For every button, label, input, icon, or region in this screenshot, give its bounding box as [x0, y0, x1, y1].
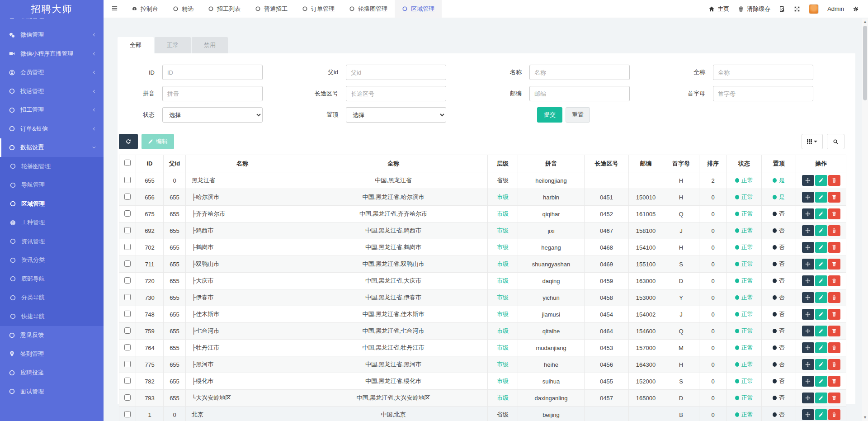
row-delete-button[interactable]	[828, 275, 840, 286]
scroll-down-arrow-icon[interactable]: ▼	[862, 415, 868, 421]
row-checkbox[interactable]	[124, 294, 131, 300]
drag-button[interactable]	[802, 376, 814, 387]
filter-input[interactable]	[162, 65, 263, 80]
sidebar-subitem-3[interactable]: 工种管理	[0, 213, 104, 232]
topbar-tab-1[interactable]: 精选	[165, 0, 201, 18]
sidebar-item-0[interactable]: 常规管理	[0, 18, 104, 26]
filter-input[interactable]	[529, 65, 630, 80]
sidebar-subitem-8[interactable]: 快捷导航	[0, 307, 104, 326]
drag-button[interactable]	[802, 175, 814, 186]
reset-button[interactable]: 重置	[566, 107, 590, 123]
sidebar-item-9[interactable]: 签到管理	[0, 345, 104, 364]
sidebar-toggle-button[interactable]	[111, 5, 118, 13]
filter-input[interactable]	[713, 65, 813, 80]
columns-dropdown-button[interactable]	[802, 134, 823, 149]
drag-button[interactable]	[802, 409, 814, 420]
filter-input[interactable]	[346, 65, 446, 80]
drag-button[interactable]	[802, 225, 814, 236]
row-delete-button[interactable]	[828, 393, 840, 403]
row-edit-button[interactable]	[815, 242, 827, 253]
row-delete-button[interactable]	[828, 175, 840, 186]
row-edit-button[interactable]	[815, 175, 827, 186]
refresh-button[interactable]	[119, 134, 138, 149]
row-delete-button[interactable]	[828, 342, 840, 353]
filter-select[interactable]: 选择	[162, 107, 263, 123]
drag-button[interactable]	[802, 192, 814, 203]
scroll-up-arrow-icon[interactable]: ▲	[862, 19, 868, 25]
sidebar-subitem-5[interactable]: 资讯分类	[0, 251, 104, 270]
drag-button[interactable]	[802, 208, 814, 219]
drag-button[interactable]	[802, 359, 814, 370]
sidebar-item-5[interactable]: 招工管理	[0, 101, 104, 120]
row-checkbox[interactable]	[124, 311, 131, 317]
row-edit-button[interactable]	[815, 342, 827, 353]
row-checkbox[interactable]	[124, 378, 131, 384]
username[interactable]: Admin	[827, 5, 844, 12]
row-checkbox[interactable]	[124, 411, 131, 417]
topbar-tab-0[interactable]: 控制台	[124, 0, 165, 18]
sidebar-item-3[interactable]: 会员管理	[0, 63, 104, 82]
sidebar-subitem-7[interactable]: 分类导航	[0, 289, 104, 307]
drag-button[interactable]	[802, 393, 814, 403]
filter-input[interactable]	[713, 86, 813, 101]
sidebar-item-8[interactable]: 意见反馈	[0, 326, 104, 345]
sidebar-item-7[interactable]: 数据设置	[0, 138, 104, 157]
sidebar-subitem-1[interactable]: 导航管理	[0, 176, 104, 195]
row-delete-button[interactable]	[828, 326, 840, 336]
row-delete-button[interactable]	[828, 242, 840, 253]
app-logo[interactable]: 招聘大师	[0, 0, 104, 18]
avatar[interactable]	[809, 4, 819, 14]
topbar-tab-3[interactable]: 普通招工	[248, 0, 295, 18]
row-checkbox[interactable]	[124, 210, 131, 217]
sidebar-item-4[interactable]: 找活管理	[0, 82, 104, 101]
sidebar-item-6[interactable]: 订单&短信	[0, 119, 104, 138]
table-search-button[interactable]	[827, 134, 844, 149]
row-edit-button[interactable]	[815, 292, 827, 303]
doc-search-button[interactable]	[779, 6, 785, 12]
drag-button[interactable]	[802, 259, 814, 270]
row-edit-button[interactable]	[815, 376, 827, 387]
row-delete-button[interactable]	[828, 309, 840, 320]
row-delete-button[interactable]	[828, 208, 840, 219]
drag-button[interactable]	[802, 342, 814, 353]
filter-input[interactable]	[346, 86, 446, 101]
row-checkbox[interactable]	[124, 194, 131, 200]
drag-button[interactable]	[802, 242, 814, 253]
status-tab-1[interactable]: 正常	[155, 37, 191, 53]
row-checkbox[interactable]	[124, 260, 131, 267]
row-checkbox[interactable]	[124, 177, 131, 183]
fullscreen-button[interactable]	[794, 6, 800, 12]
row-edit-button[interactable]	[815, 326, 827, 336]
select-all-checkbox[interactable]	[124, 160, 131, 166]
row-checkbox[interactable]	[124, 227, 131, 233]
status-tab-2[interactable]: 禁用	[192, 37, 228, 53]
row-delete-button[interactable]	[828, 376, 840, 387]
row-edit-button[interactable]	[815, 192, 827, 203]
status-tab-0[interactable]: 全部	[118, 37, 154, 53]
sidebar-subitem-6[interactable]: 底部导航	[0, 270, 104, 289]
home-link[interactable]: 主页	[708, 5, 729, 13]
drag-button[interactable]	[802, 309, 814, 320]
drag-button[interactable]	[802, 292, 814, 303]
topbar-tab-6[interactable]: 区域管理	[395, 0, 442, 18]
row-edit-button[interactable]	[815, 309, 827, 320]
row-delete-button[interactable]	[828, 192, 840, 203]
row-checkbox[interactable]	[124, 327, 131, 334]
row-edit-button[interactable]	[815, 225, 827, 236]
topbar-tab-2[interactable]: 招工列表	[201, 0, 248, 18]
row-delete-button[interactable]	[828, 409, 840, 420]
sidebar-item-2[interactable]: 微信小程序直播管理	[0, 44, 104, 63]
topbar-tab-5[interactable]: 轮播图管理	[342, 0, 395, 18]
row-checkbox[interactable]	[124, 344, 131, 350]
drag-button[interactable]	[802, 275, 814, 286]
filter-select[interactable]: 选择	[346, 107, 446, 123]
scrollbar-thumb[interactable]	[863, 26, 867, 100]
edit-button[interactable]: 编辑	[142, 134, 174, 149]
clear-cache-link[interactable]: 清除缓存	[738, 5, 770, 13]
sidebar-item-11[interactable]: 面试管理	[0, 382, 104, 401]
row-edit-button[interactable]	[815, 393, 827, 403]
row-checkbox[interactable]	[124, 361, 131, 367]
row-edit-button[interactable]	[815, 409, 827, 420]
row-delete-button[interactable]	[828, 359, 840, 370]
row-edit-button[interactable]	[815, 359, 827, 370]
